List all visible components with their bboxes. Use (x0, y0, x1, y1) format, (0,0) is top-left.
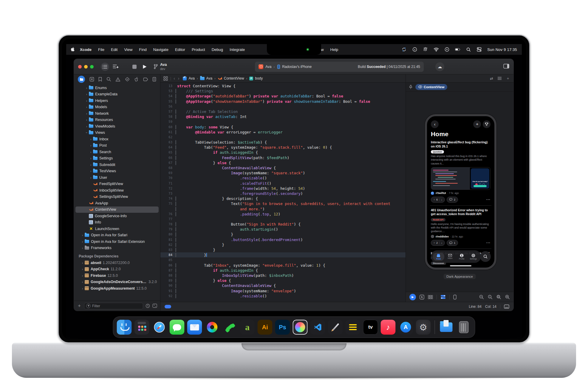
menu-clock[interactable]: Sun Nov 9 17:35 (487, 47, 517, 52)
issues-tab[interactable] (115, 77, 120, 82)
file-row[interactable]: ›Open in Ava for Safari Extension (75, 238, 159, 245)
code-line[interactable]: 71.scaledToFit() (160, 181, 406, 186)
apple-menu-icon[interactable] (71, 47, 75, 52)
disclosure-chevron[interactable]: › (80, 246, 85, 250)
navigator-toggle-icon[interactable] (101, 63, 109, 71)
device-bezels-icon[interactable] (453, 295, 457, 299)
dock-app-messages[interactable] (170, 320, 185, 335)
code-line[interactable]: 76.padding(.top, 12) (160, 212, 406, 217)
package-row[interactable]: ›Firebase12.5.0 (75, 272, 159, 279)
disclosure-chevron[interactable]: › (84, 92, 89, 96)
zoom-fit-icon[interactable] (496, 295, 501, 299)
file-row[interactable]: ›Models (75, 104, 159, 111)
breadcrumb-item[interactable]: Ava (200, 76, 212, 80)
find-tab[interactable] (106, 77, 111, 82)
add-file-button[interactable]: ＋ (77, 303, 82, 309)
file-row[interactable]: ›ViewModels (75, 123, 159, 130)
wifi-icon[interactable] (434, 47, 439, 52)
preview-tab[interactable]: ContentView (415, 84, 447, 90)
menu-editor[interactable]: Editor (172, 47, 188, 52)
cloud-icon[interactable]: ☁ (435, 62, 444, 71)
dock-app-photos[interactable] (205, 320, 220, 335)
dock-app-folder[interactable] (439, 320, 454, 335)
file-row[interactable]: ›Views (75, 130, 159, 136)
dock-app-pencil[interactable] (328, 320, 343, 335)
search-icon[interactable] (466, 47, 471, 52)
file-row[interactable]: ›Network (75, 110, 159, 117)
code-line[interactable]: 60var body: some View { (160, 125, 406, 130)
phone-tab-inbox[interactable]: Inbox (445, 253, 456, 260)
sync-icon[interactable] (401, 47, 407, 52)
disclosure-chevron[interactable]: › (80, 287, 85, 290)
code-line[interactable]: 53/// Settings (160, 88, 406, 94)
source-control-tab[interactable] (89, 77, 94, 82)
file-row[interactable]: ContentView (75, 206, 159, 213)
disclosure-chevron[interactable]: › (84, 86, 89, 90)
selectable-mode-icon[interactable] (420, 295, 424, 299)
e-circle-icon[interactable]: e (412, 47, 417, 52)
scheme-selector[interactable]: Ava dev (154, 63, 167, 70)
code-line[interactable]: 68ContentUnavailableView { (160, 165, 406, 170)
disclosure-chevron[interactable]: › (80, 274, 85, 277)
debug-tab[interactable] (134, 77, 139, 82)
package-row[interactable]: ›GoogleAdsOnDeviceConversion3.2.0 (75, 279, 159, 285)
appearance-label[interactable]: Dark Appearance (443, 274, 476, 279)
code-line[interactable]: 87if auth.isLoggedIn { (160, 268, 406, 273)
code-line[interactable]: 62 (160, 135, 406, 140)
disclosure-chevron[interactable]: › (80, 267, 85, 271)
file-row[interactable]: ›Inbox (75, 136, 159, 142)
code-line[interactable]: 91Image(systemName: "envelope") (160, 288, 406, 294)
code-line[interactable]: 92.resizable() (160, 294, 406, 299)
menu-edit[interactable]: Edit (108, 47, 121, 52)
vote-pill[interactable]: ↑6↓ (431, 197, 445, 203)
ai-assistant-icon[interactable] (113, 64, 119, 69)
device-settings-icon[interactable] (440, 295, 446, 299)
disclosure-chevron[interactable]: › (80, 280, 85, 284)
code-line[interactable]: 59 (160, 119, 406, 124)
code-line[interactable]: 85 (160, 257, 406, 263)
more-icon[interactable]: ••• (486, 198, 490, 201)
code-line[interactable]: 70.resizable() (160, 176, 406, 181)
code-line[interactable]: 84} (160, 252, 406, 257)
comments-pill[interactable]: 1 (447, 240, 458, 246)
phone-search-button[interactable] (480, 251, 491, 262)
filter-field[interactable]: Filter (84, 303, 143, 309)
source-control-filter-icon[interactable] (152, 304, 157, 308)
file-row[interactable]: ›User (75, 174, 159, 181)
file-row[interactable]: GoogleService-Info (75, 213, 159, 219)
zoom-out-icon[interactable] (479, 295, 484, 299)
file-row[interactable]: Info (75, 219, 159, 226)
editor-options-icon[interactable] (497, 77, 502, 80)
device-orientation-icon[interactable]: ⇄ (490, 76, 493, 81)
reports-tab[interactable] (152, 77, 156, 82)
back-forward-buttons[interactable]: ‹› (174, 76, 182, 81)
disclosure-chevron[interactable]: › (84, 118, 89, 122)
file-row[interactable]: ›Open in Ava for Safari (75, 232, 159, 239)
menu-product[interactable]: Product (188, 47, 208, 52)
more-icon[interactable]: ••• (486, 241, 490, 244)
menu-file[interactable]: File (95, 47, 108, 52)
trophy-button[interactable] (483, 120, 490, 128)
tests-tab[interactable] (125, 77, 130, 82)
minimize-window-button[interactable] (84, 65, 88, 69)
menu-integrate[interactable]: Integrate (226, 47, 248, 52)
disclosure-chevron[interactable]: › (85, 131, 89, 135)
disclosure-chevron[interactable]: › (84, 112, 89, 115)
pin-icon[interactable] (409, 85, 413, 89)
code-line[interactable]: 65if auth.isLoggedIn { (160, 150, 406, 155)
run-button[interactable] (143, 64, 147, 69)
file-row[interactable]: ✕LaunchScreen (75, 226, 159, 232)
dock-app-launchpad[interactable] (134, 320, 149, 335)
zoom-in-icon[interactable] (505, 295, 510, 299)
code-line[interactable]: 79auth.startLogin() (160, 227, 406, 232)
menu-find[interactable]: Find (136, 47, 150, 52)
bookmarks-tab[interactable] (98, 77, 102, 82)
file-row[interactable]: ›Subreddit (75, 162, 159, 168)
dock-app-safari[interactable] (152, 320, 167, 335)
disclosure-chevron[interactable]: › (89, 163, 93, 167)
file-row[interactable]: SettingsSplitView (75, 194, 159, 200)
file-row[interactable]: ›Helpers (75, 97, 159, 104)
comments-pill[interactable]: 2 (447, 197, 458, 203)
code-line[interactable]: and more.") (160, 206, 406, 212)
file-row[interactable]: ›Frameworks (75, 245, 159, 251)
